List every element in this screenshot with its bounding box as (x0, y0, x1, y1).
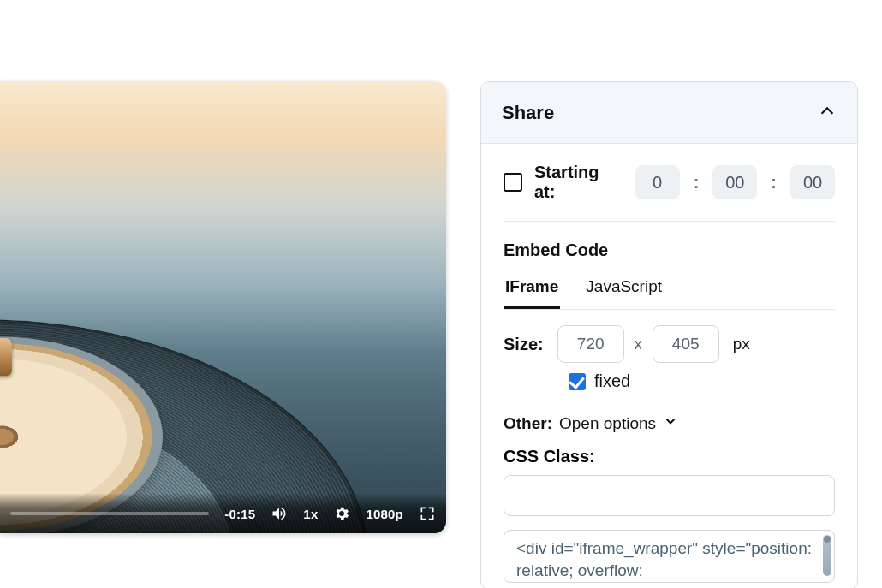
size-unit: px (733, 335, 750, 353)
size-row: Size: x px (504, 325, 835, 363)
embed-code-title: Embed Code (504, 241, 835, 260)
share-header[interactable]: Share (481, 82, 857, 144)
start-seconds-input[interactable] (790, 165, 835, 199)
share-panel: Share Starting at: : : Embed Code IFrame… (480, 81, 858, 588)
starting-at-label: Starting at: (534, 163, 611, 202)
open-options-link[interactable]: Open options (559, 414, 656, 433)
fixed-row: fixed (569, 371, 835, 391)
width-input[interactable] (557, 325, 624, 363)
start-hours-input[interactable] (635, 165, 680, 199)
tab-javascript[interactable]: JavaScript (584, 269, 664, 309)
time-remaining: -0:15 (224, 507, 255, 521)
other-label: Other: (504, 414, 552, 433)
starting-at-row: Starting at: : : (504, 163, 835, 222)
time-colon: : (769, 173, 778, 193)
gear-icon[interactable] (333, 505, 350, 522)
other-row: Other: Open options (504, 413, 835, 433)
share-title: Share (502, 102, 554, 124)
start-minutes-input[interactable] (712, 165, 757, 199)
embed-code-wrap: <div id="iframe_wrapper" style="position… (504, 530, 835, 583)
css-class-row: CSS Class: (504, 447, 835, 516)
time-colon: : (692, 173, 701, 193)
embed-code-textarea[interactable]: <div id="iframe_wrapper" style="position… (504, 530, 835, 583)
tab-iframe[interactable]: IFrame (504, 269, 560, 309)
video-player[interactable]: -0:15 1x 1080p (0, 81, 446, 533)
fixed-label: fixed (594, 371, 630, 391)
chevron-up-icon[interactable] (818, 102, 837, 124)
height-input[interactable] (653, 325, 719, 363)
fixed-checkbox[interactable] (569, 373, 586, 390)
playback-speed[interactable]: 1x (303, 507, 318, 521)
video-thumbnail (0, 81, 446, 533)
css-class-input[interactable] (504, 475, 835, 516)
volume-icon[interactable] (271, 505, 288, 522)
size-label: Size: (504, 335, 544, 354)
embed-tabs: IFrame JavaScript (504, 269, 835, 310)
css-class-label: CSS Class: (504, 447, 595, 466)
quality-label[interactable]: 1080p (366, 507, 403, 521)
fullscreen-icon[interactable] (419, 505, 436, 522)
player-controls: -0:15 1x 1080p (0, 494, 446, 533)
starting-at-checkbox[interactable] (504, 173, 522, 192)
size-x: x (635, 336, 642, 353)
chevron-down-icon[interactable] (663, 413, 678, 433)
scrollbar[interactable] (823, 535, 831, 576)
progress-bar[interactable] (10, 512, 209, 515)
share-body: Starting at: : : Embed Code IFrame JavaS… (481, 144, 857, 588)
